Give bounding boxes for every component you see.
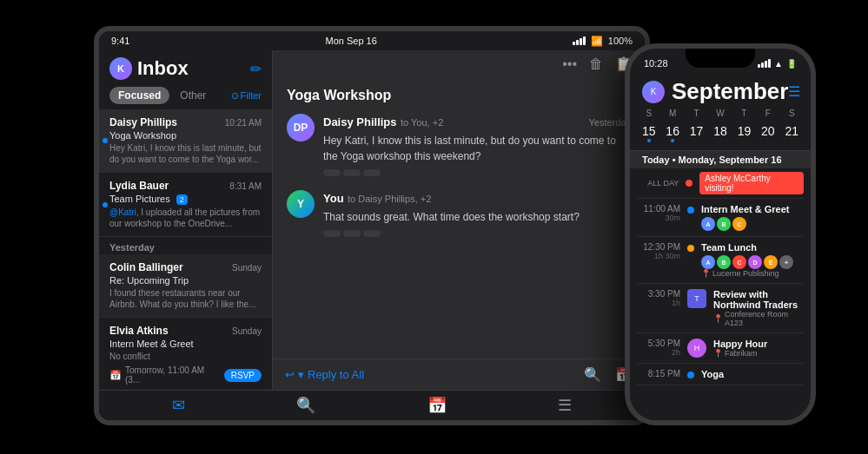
cal-user-avatar: K	[642, 81, 665, 103]
rsvp-button[interactable]: RSVP	[224, 369, 262, 382]
attendee-avatar: A	[701, 217, 715, 231]
filter-button[interactable]: ⊙ Filter	[231, 90, 262, 102]
day-label-m: M	[660, 109, 684, 118]
email-subject: Re: Upcoming Trip	[109, 275, 262, 286]
tablet-status-bar: 9:41 Mon Sep 16 📶 100%	[99, 31, 645, 50]
all-day-dot	[686, 180, 692, 187]
tab-focused[interactable]: Focused	[109, 87, 169, 104]
email-preview: @Katri, I uploaded all the pictures from…	[109, 207, 262, 229]
email-item-header: Lydia Bauer 8:31 AM	[109, 180, 262, 192]
attendee-avatar: C	[732, 255, 746, 269]
cal-day-16[interactable]: 16	[660, 122, 684, 145]
all-day-event[interactable]: Ashley McCarthy visiting!	[699, 172, 804, 194]
cal-day-18[interactable]: 18	[708, 122, 732, 145]
attachment-badge: 2	[176, 194, 188, 205]
cal-day-19[interactable]: 19	[732, 122, 756, 145]
more-attendees: +	[779, 255, 793, 269]
cal-event-intern[interactable]: 11:00 AM 30m Intern Meet & Greet A B C	[637, 199, 804, 237]
email-time: Sunday	[232, 263, 262, 273]
email-item-header: Colin Ballinger Sunday	[109, 261, 262, 273]
reply-all-button[interactable]: ↩ ▾ Reply to All	[285, 368, 364, 381]
phone-calendar: K September ☰ + S M T W T F S 15	[630, 73, 811, 420]
tablet-time: 9:41	[111, 36, 129, 46]
event-time-col: 5:30 PM 2h	[637, 339, 680, 357]
email-item-header: Elvia Atkins Sunday	[109, 325, 262, 337]
tab-menu-icon[interactable]: ☰	[558, 396, 572, 415]
event-avatars: A B C D E +	[701, 255, 804, 269]
message-you: Y You to Daisy Phillips, +2 That sounds …	[287, 190, 631, 237]
reply-all-label: Reply to All	[308, 368, 364, 381]
email-item-lydia[interactable]: Lydia Bauer 8:31 AM Team Pictures 2 @Kat…	[99, 173, 272, 237]
msg-expand-dots[interactable]	[323, 169, 631, 176]
cal-event-yoga[interactable]: 8:15 PM Yoga	[637, 364, 804, 385]
email-sender: Elvia Atkins	[109, 325, 169, 337]
rsvp-row: 📅 Tomorrow, 11:00 AM (3... RSVP	[109, 365, 262, 385]
phone-device: 10:28 ▲ 🔋 K September ☰	[625, 43, 816, 425]
cal-week-row: 15 16 17 18 19 20 21	[630, 122, 811, 145]
email-item-elvia[interactable]: Elvia Atkins Sunday Intern Meet & Greet …	[99, 318, 272, 390]
tab-search-icon[interactable]: 🔍	[296, 396, 315, 415]
email-list-panel: K Inbox ✏ Focused Other ⊙ Filter	[99, 50, 273, 390]
event-dot	[687, 207, 694, 214]
email-item-colin[interactable]: Colin Ballinger Sunday Re: Upcoming Trip…	[99, 254, 272, 318]
event-info: Yoga	[701, 369, 804, 379]
msg-text: That sounds great. What time does the wo…	[323, 209, 631, 225]
cal-day-17[interactable]: 17	[685, 122, 708, 145]
reply-icon: ↩	[285, 368, 295, 381]
cal-day-21[interactable]: 21	[780, 122, 804, 145]
email-preview: No conflict	[109, 351, 262, 362]
event-location: 📍Lucerne Publishing	[701, 269, 804, 278]
section-yesterday-label: Yesterday	[99, 237, 272, 254]
event-title: Team Lunch	[701, 242, 804, 253]
msg-sender: Daisy Phillips	[323, 115, 397, 128]
phone-time: 10:28	[644, 58, 668, 69]
rsvp-event-time: Tomorrow, 11:00 AM (3...	[125, 365, 221, 385]
day-label-w: W	[708, 109, 732, 118]
cal-event-review[interactable]: 3:30 PM 1h T Review with Northwind Trade…	[637, 284, 804, 333]
tab-mail-icon[interactable]: ✉	[172, 396, 185, 415]
delete-icon[interactable]: 🗑	[589, 56, 603, 72]
all-day-row: ALL DAY Ashley McCarthy visiting!	[637, 168, 804, 199]
msg-text: Hey Katri, I know this is last minute, b…	[323, 133, 631, 164]
search-footer-icon[interactable]: 🔍	[584, 366, 601, 383]
cal-events-list: ALL DAY Ashley McCarthy visiting! 11:00 …	[630, 168, 811, 385]
msg-header: Daisy Phillips to You, +2 Yesterday	[323, 114, 631, 129]
all-day-label: ALL DAY	[637, 179, 679, 188]
scene: 9:41 Mon Sep 16 📶 100% K	[0, 0, 868, 454]
compose-icon[interactable]: ✏	[250, 61, 262, 77]
attendee-avatar: D	[748, 255, 762, 269]
tab-other[interactable]: Other	[173, 87, 213, 104]
calendar-icon: 📅	[109, 370, 122, 381]
email-detail-panel: ••• 🗑 📋 Yoga Workshop DP Daisy Phillips	[273, 50, 645, 390]
attendee-avatar: C	[732, 217, 746, 231]
inbox-tab-row: Focused Other ⊙ Filter	[109, 87, 262, 104]
msg-to: to You, +2	[401, 117, 443, 128]
cal-event-happy[interactable]: 5:30 PM 2h H Happy Hour 📍Fabrikam	[637, 333, 804, 364]
tablet-bottom-bar: ✉ 🔍 📅 ☰	[99, 390, 645, 420]
cal-month-title: September	[672, 78, 788, 105]
email-item-daisy[interactable]: Daisy Phillips 10:21 AM Yoga Workshop He…	[99, 109, 272, 173]
message-daisy: DP Daisy Phillips to You, +2 Yesterday H…	[287, 114, 631, 176]
msg-avatar-daisy: DP	[287, 114, 315, 141]
email-preview: I found these restaurants near our Airbn…	[109, 287, 262, 310]
day-label-s2: S	[780, 109, 804, 118]
event-avatars: A B C	[701, 217, 804, 231]
more-options-icon[interactable]: •••	[562, 56, 577, 72]
attendee-avatar: B	[717, 217, 731, 231]
cal-day-20[interactable]: 20	[756, 122, 779, 145]
event-title: Intern Meet & Greet	[701, 204, 804, 214]
event-title: Review with Northwind Traders	[713, 289, 804, 310]
email-item-header: Daisy Phillips 10:21 AM	[109, 116, 262, 128]
day-label-t2: T	[732, 109, 756, 118]
detail-toolbar: ••• 🗑 📋	[273, 50, 645, 77]
cal-event-lunch[interactable]: 12:30 PM 1h 30m Team Lunch A B C D E +	[637, 237, 804, 284]
cal-header-icons: ☰ +	[788, 83, 811, 100]
tab-calendar-icon[interactable]: 📅	[427, 396, 447, 415]
msg-expand-dots[interactable]	[323, 230, 631, 237]
event-dot	[687, 245, 694, 252]
event-dot	[687, 372, 694, 378]
cal-list-icon[interactable]: ☰	[788, 83, 800, 100]
cal-day-15[interactable]: 15	[637, 122, 660, 145]
email-sender: Colin Ballinger	[109, 261, 183, 273]
msg-body-you: You to Daisy Phillips, +2 That sounds gr…	[323, 190, 631, 237]
